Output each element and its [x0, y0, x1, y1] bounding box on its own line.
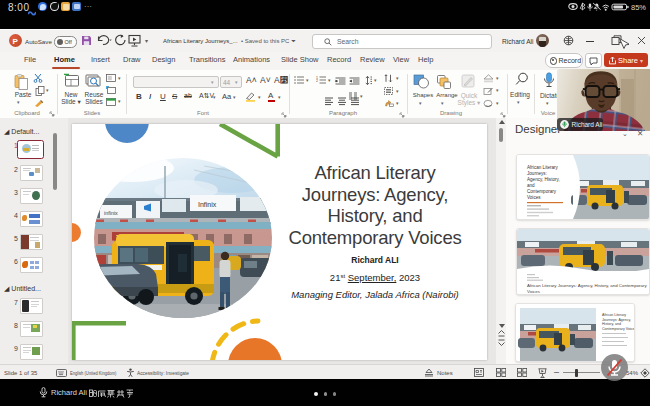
svg-text:Contemporary: Contemporary	[527, 189, 557, 194]
svg-text:History, and: History, and	[602, 322, 621, 326]
svg-text:African Literary Journeys: Age: African Literary Journeys: Agency, Histo…	[527, 283, 647, 288]
svg-text:Richard Ali: Richard Ali	[572, 121, 603, 128]
svg-text:infinix: infinix	[104, 210, 118, 216]
svg-text:African Literary: African Literary	[527, 165, 559, 170]
svg-text:Journeys: Agency,: Journeys: Agency,	[602, 318, 631, 322]
svg-text:Voices: Voices	[527, 195, 541, 200]
svg-text:Contemporary Voices: Contemporary Voices	[602, 327, 634, 331]
svg-text:African Literary: African Literary	[602, 313, 626, 317]
svg-text:2: 2	[316, 79, 318, 83]
svg-text:and: and	[527, 183, 535, 188]
svg-text:Agency, History,: Agency, History,	[527, 177, 560, 182]
svg-text:Journeys:: Journeys:	[527, 171, 547, 176]
svg-text:Infinix: Infinix	[198, 201, 217, 208]
svg-text:Voices: Voices	[527, 289, 541, 294]
